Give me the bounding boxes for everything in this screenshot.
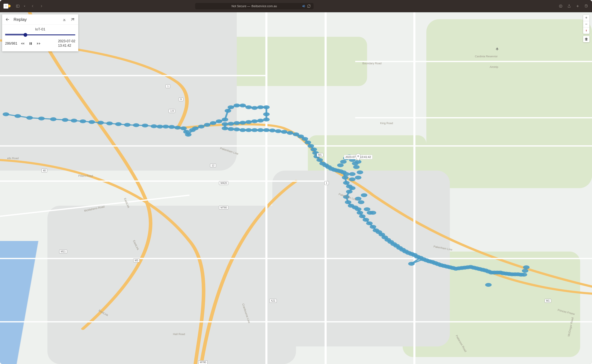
road-label: Hall Road bbox=[172, 332, 186, 336]
road-layer bbox=[0, 12, 592, 364]
settings-tune-button[interactable] bbox=[70, 17, 75, 22]
new-tab-button[interactable] bbox=[575, 4, 580, 9]
layers-button[interactable] bbox=[583, 36, 589, 42]
road-shield: M780 bbox=[219, 206, 228, 209]
audio-indicator-icon[interactable] bbox=[301, 4, 306, 9]
road-shield: 40 bbox=[41, 169, 47, 172]
map-viewport[interactable]: 191;912M420M78040M11M3A21M780M1M11 Bound… bbox=[0, 12, 592, 364]
road-shield: M3 bbox=[133, 259, 140, 262]
reload-button[interactable] bbox=[306, 4, 312, 9]
compass-button[interactable] bbox=[583, 27, 589, 34]
address-bar[interactable]: Not Secure — theitservice.com.au bbox=[195, 3, 313, 9]
frame-counter: 286/981 bbox=[5, 42, 17, 46]
road-label: ells Road bbox=[6, 156, 20, 160]
road-label: Boundary Road bbox=[361, 62, 383, 65]
pause-button[interactable] bbox=[28, 41, 33, 46]
privacy-shield-icon[interactable] bbox=[3, 4, 8, 9]
device-name: IoT-01 bbox=[5, 27, 75, 32]
road-label: Cardinia Reservior bbox=[473, 55, 499, 58]
rewind-button[interactable] bbox=[20, 41, 25, 46]
svg-rect-0 bbox=[16, 5, 19, 7]
download-button[interactable] bbox=[62, 17, 67, 22]
road-shield: 1 bbox=[324, 181, 329, 185]
playback-timestamp: 2023-07-02 13:41:42 bbox=[58, 39, 75, 48]
nav-back-button[interactable] bbox=[30, 4, 35, 9]
road-label: Pillars Road bbox=[77, 174, 94, 178]
road-shield: 9 bbox=[179, 98, 183, 101]
road-shield: A21 bbox=[269, 299, 277, 303]
road-shield: M420 bbox=[219, 181, 228, 185]
zoom-in-button[interactable]: + bbox=[583, 15, 589, 21]
zoom-out-button[interactable]: − bbox=[583, 21, 589, 27]
replay-panel: Replay IoT-01 286/981 bbox=[2, 14, 78, 51]
road-shield: M1 bbox=[317, 153, 323, 157]
fast-forward-button[interactable] bbox=[36, 41, 41, 46]
svg-point-169 bbox=[357, 155, 359, 157]
browser-titlebar: Not Secure — theitservice.com.au bbox=[0, 0, 592, 12]
road-label: King Road bbox=[379, 121, 394, 125]
share-button[interactable] bbox=[567, 4, 572, 9]
sidebar-toggle-button[interactable] bbox=[15, 4, 20, 9]
nav-forward-button[interactable] bbox=[39, 4, 44, 9]
svg-rect-3 bbox=[585, 5, 587, 7]
replay-slider[interactable] bbox=[5, 33, 75, 37]
panel-title: Replay bbox=[13, 17, 58, 22]
road-shield: M780 bbox=[198, 360, 207, 364]
replay-back-button[interactable] bbox=[5, 17, 10, 22]
road-shield: 12 bbox=[210, 164, 216, 167]
road-label: Airstrip bbox=[488, 65, 499, 69]
airport-icon bbox=[496, 47, 499, 51]
url-host: theitservice.com.au bbox=[251, 4, 277, 8]
downloads-button[interactable] bbox=[558, 4, 563, 9]
map-controls: + − bbox=[583, 15, 589, 42]
road-shield: M1 bbox=[545, 299, 551, 303]
tab-dropdown-button[interactable] bbox=[23, 4, 26, 9]
security-status: Not Secure — bbox=[232, 4, 250, 8]
road-shield: 1;9 bbox=[169, 109, 175, 113]
road-shield: 1 bbox=[166, 84, 170, 88]
tab-overview-button[interactable] bbox=[584, 4, 589, 9]
road-shield: M11 bbox=[59, 250, 67, 254]
slider-thumb[interactable] bbox=[23, 33, 27, 37]
current-position-marker[interactable] bbox=[355, 154, 361, 162]
